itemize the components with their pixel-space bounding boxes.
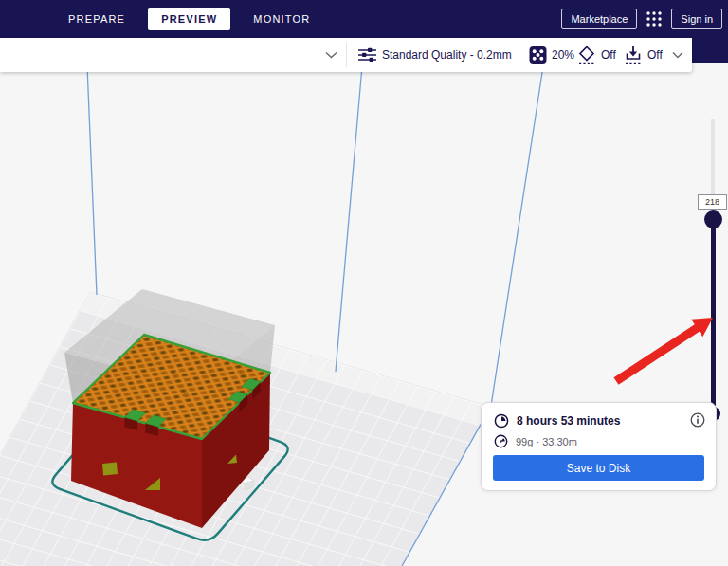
layer-number-label: 218 bbox=[698, 194, 727, 210]
stage-menu-bar: Standard Quality - 0.2mm 20% Off bbox=[0, 38, 692, 72]
material-estimate-row: 99g · 33.30m bbox=[494, 434, 577, 448]
clock-icon bbox=[494, 413, 509, 429]
stage-tabbar: PREPARE PREVIEW MONITOR bbox=[0, 0, 319, 38]
settings-expand-chevron-icon[interactable] bbox=[672, 51, 683, 59]
infill-icon bbox=[529, 46, 547, 64]
tab-monitor[interactable]: MONITOR bbox=[244, 8, 319, 30]
tab-preview[interactable]: PREVIEW bbox=[148, 8, 230, 30]
printer-selector-chevron-icon[interactable] bbox=[325, 51, 337, 59]
material-estimate-label: 99g · 33.30m bbox=[516, 436, 577, 447]
support-icon bbox=[577, 46, 596, 64]
profile-label: Standard Quality - 0.2mm bbox=[382, 48, 512, 62]
adhesion-icon bbox=[624, 46, 643, 64]
layer-slider-range[interactable] bbox=[711, 219, 716, 414]
info-icon[interactable] bbox=[690, 412, 705, 428]
infill-value: 20% bbox=[552, 48, 574, 62]
profile-sliders-icon bbox=[358, 47, 376, 64]
time-estimate-label: 8 hours 53 minutes bbox=[517, 414, 620, 428]
support-value: Off bbox=[601, 48, 616, 62]
header-right-controls: Marketplace Sign in bbox=[561, 9, 722, 29]
save-to-disk-button[interactable]: Save to Disk bbox=[493, 455, 704, 481]
application-switcher-icon[interactable] bbox=[646, 10, 663, 27]
tab-prepare[interactable]: PREPARE bbox=[59, 8, 135, 30]
marketplace-button[interactable]: Marketplace bbox=[561, 9, 637, 29]
layer-slider-upper-handle[interactable] bbox=[704, 210, 722, 228]
cura-window: 218 PREPARE PREVIEW MONITOR Marketplace … bbox=[0, 0, 728, 566]
adhesion-value: Off bbox=[647, 48, 663, 62]
print-job-card: 8 hours 53 minutes 99g · 33.30m Save to … bbox=[481, 402, 717, 491]
stagebar-divider bbox=[346, 43, 347, 67]
material-gauge-icon bbox=[494, 434, 508, 448]
sign-in-button[interactable]: Sign in bbox=[671, 9, 722, 29]
time-estimate-row: 8 hours 53 minutes bbox=[494, 413, 620, 429]
